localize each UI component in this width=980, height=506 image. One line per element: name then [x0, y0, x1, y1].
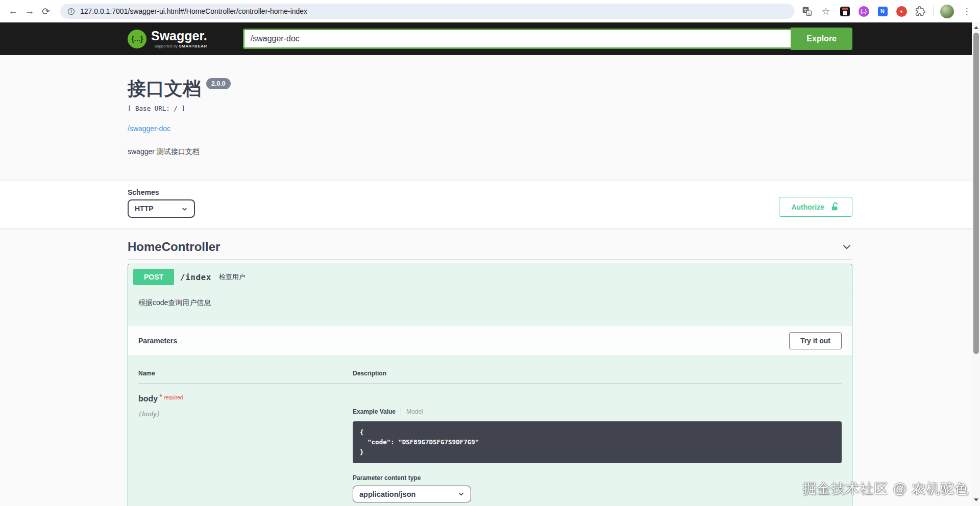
scrollbar-down-icon[interactable] [972, 496, 980, 504]
unlock-icon [830, 202, 840, 212]
page-scrollbar[interactable] [972, 22, 980, 506]
dark-extension-icon[interactable] [839, 5, 851, 17]
explore-button[interactable]: Explore [791, 28, 852, 50]
example-value-code-block[interactable]: { "code": "DSF89G7DSFG7S9DF7G9" } [353, 421, 842, 463]
controller-tag-title: HomeController [128, 240, 220, 254]
method-badge: POST [133, 269, 174, 285]
browser-menu-icon[interactable]: ⋮ [961, 5, 973, 17]
api-title: 接口文档 [128, 77, 201, 102]
code-line: { [360, 427, 835, 437]
operations-section: HomeController POST /index 检查用户 根据code查询… [128, 229, 852, 506]
red-extension-icon[interactable]: ▾ [895, 5, 908, 17]
try-it-out-button[interactable]: Try it out [789, 332, 842, 349]
chevron-down-icon [181, 206, 188, 212]
parameters-header: Parameters Try it out [128, 326, 852, 356]
code-line: "code": "DSF89G7DSFG7S9DF7G9" [360, 437, 835, 447]
name-column-header: Name [138, 370, 353, 377]
translate-icon[interactable]: 文 A [801, 5, 813, 17]
swagger-topbar: {…} Swagger. Supported by SMARTBEAR Expl… [0, 22, 980, 55]
toolbar-divider [933, 6, 934, 16]
authorize-label: Authorize [791, 203, 824, 211]
bookmark-star-icon[interactable]: ☆ [820, 5, 832, 17]
opblock-summary[interactable]: POST /index 检查用户 [128, 264, 852, 290]
collapse-chevron-icon[interactable] [841, 241, 852, 252]
opblock-post-index: POST /index 检查用户 根据code查询用户信息 Parameters… [128, 264, 852, 506]
browser-toolbar: ← → ⟳ 127.0.0.1:7001/swagger-ui.html#/Ho… [0, 0, 980, 22]
controller-tag-row[interactable]: HomeController [128, 229, 852, 260]
blue-extension-icon[interactable]: N [876, 5, 889, 17]
swagger-logo: {…} Swagger. Supported by SMARTBEAR [128, 30, 207, 48]
spec-doc-link[interactable]: /swagger-doc [128, 124, 170, 133]
required-star: * [159, 393, 162, 401]
url-text: 127.0.0.1:7001/swagger-ui.html#/HomeCont… [80, 7, 307, 15]
operation-path: /index [180, 272, 211, 282]
description-column-header: Description [353, 370, 842, 377]
purple-extension-icon[interactable]: {..} [857, 5, 870, 17]
back-icon[interactable]: ← [5, 3, 21, 19]
version-badge: 2.0.0 [206, 78, 231, 89]
operation-summary: 检查用户 [219, 272, 246, 282]
content-type-value: application/json [359, 490, 415, 498]
tab-example-value[interactable]: Example Value [353, 408, 396, 415]
api-info-section: 接口文档2.0.0 [ Base URL: / ] /swagger-doc s… [0, 55, 980, 180]
parameter-location: (body) [138, 411, 353, 418]
required-label: required [164, 395, 183, 400]
tab-model[interactable]: Model [406, 408, 423, 415]
forward-icon[interactable]: → [21, 3, 38, 19]
site-info-icon[interactable] [67, 8, 75, 15]
scrollbar-up-icon[interactable] [972, 23, 980, 32]
parameter-name: body [138, 394, 158, 403]
authorize-button[interactable]: Authorize [779, 197, 852, 217]
swagger-logo-text: Swagger. [151, 30, 207, 42]
reload-icon[interactable]: ⟳ [38, 3, 54, 19]
parameter-row: body*required (body) Example Value Model… [138, 384, 842, 502]
api-description: swagger 测试接口文档 [128, 147, 852, 157]
parameters-body: Name Description body*required (body) Ex… [128, 356, 852, 506]
tab-divider [401, 408, 401, 415]
schemes-select[interactable]: HTTP [128, 199, 195, 218]
model-tabs: Example Value Model [353, 408, 842, 415]
chevron-down-icon [458, 491, 464, 497]
profile-avatar[interactable] [940, 5, 954, 18]
operation-description: 根据code查询用户信息 [128, 290, 852, 326]
schemes-label: Schemes [128, 188, 195, 196]
url-bar[interactable]: 127.0.0.1:7001/swagger-ui.html#/HomeCont… [60, 4, 795, 19]
base-url: [ Base URL: / ] [128, 105, 852, 112]
swagger-logo-icon: {…} [128, 30, 146, 48]
schemes-selected-value: HTTP [135, 205, 154, 213]
parameters-title: Parameters [138, 337, 177, 345]
scheme-container: Schemes HTTP Authorize [0, 180, 980, 229]
svg-text:A: A [807, 12, 810, 16]
smartbear-byline: Supported by SMARTBEAR [155, 44, 207, 48]
extensions-puzzle-icon[interactable] [914, 5, 926, 17]
scrollbar-thumb[interactable] [973, 33, 979, 354]
content-type-select[interactable]: application/json [353, 486, 471, 502]
content-type-label: Parameter content type [353, 474, 842, 482]
spec-url-input[interactable] [243, 29, 791, 49]
code-line: } [360, 447, 835, 457]
